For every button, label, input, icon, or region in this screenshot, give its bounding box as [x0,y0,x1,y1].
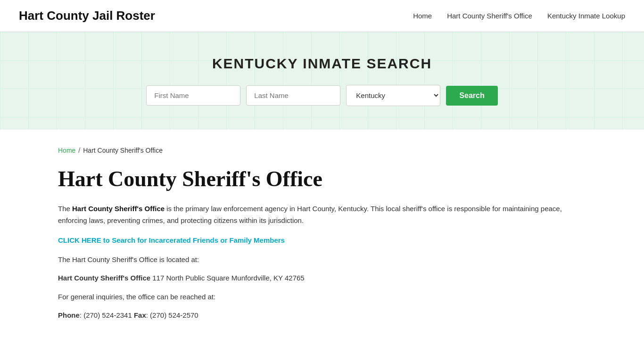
breadcrumb-separator: / [78,147,80,154]
site-title: Hart County Jail Roster [19,8,155,23]
page-heading: Hart County Sheriff's Office [58,167,586,191]
fax-label: Fax [134,311,146,319]
breadcrumb-home[interactable]: Home [58,147,75,154]
nav-sheriffs-office[interactable]: Hart County Sheriff's Office [447,12,532,20]
nav-inmate-lookup[interactable]: Kentucky Inmate Lookup [547,12,625,20]
main-nav: Home Hart County Sheriff's Office Kentuc… [413,12,625,20]
phone-number: : (270) 524-2341 [80,311,134,319]
site-header: Hart County Jail Roster Home Hart County… [0,0,644,32]
search-button[interactable]: Search [446,86,497,106]
incarcerated-search-link[interactable]: CLICK HERE to Search for Incarcerated Fr… [58,236,285,244]
location-name: Hart County Sheriff's Office [58,274,150,282]
nav-home[interactable]: Home [413,12,432,20]
location-address: Hart County Sheriff's Office 117 North P… [58,272,586,284]
intro-paragraph: The Hart County Sheriff's Office is the … [58,203,586,227]
banner-title: KENTUCKY INMATE SEARCH [9,56,635,72]
breadcrumb: Home / Hart County Sheriff's Office [58,147,586,154]
search-banner: KENTUCKY INMATE SEARCH KentuckyAlabamaAl… [0,32,644,130]
contact-intro: For general inquiries, the office can be… [58,291,586,303]
fax-number: : (270) 524-2570 [146,311,198,319]
main-content: Home / Hart County Sheriff's Office Hart… [39,130,605,350]
search-form: KentuckyAlabamaAlaskaArizonaArkansasCali… [9,85,635,106]
phone-label: Phone [58,311,80,319]
location-address-text: 117 North Public Square Munfordville, KY… [150,274,305,282]
intro-bold: Hart County Sheriff's Office [72,205,165,213]
phone-fax: Phone: (270) 524-2341 Fax: (270) 524-257… [58,309,586,321]
state-select[interactable]: KentuckyAlabamaAlaskaArizonaArkansasCali… [346,85,440,106]
first-name-input[interactable] [146,85,240,106]
breadcrumb-current: Hart County Sheriff's Office [83,147,163,154]
intro-prefix: The [58,205,72,213]
location-intro: The Hart County Sheriff's Office is loca… [58,254,586,266]
last-name-input[interactable] [246,85,340,106]
